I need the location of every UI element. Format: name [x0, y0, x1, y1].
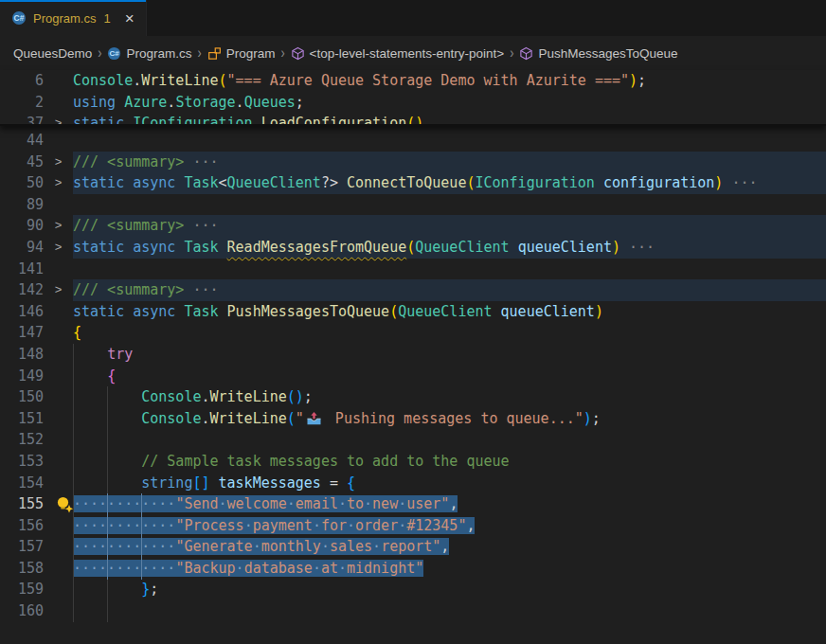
gutter-line-number[interactable]: 142	[0, 279, 44, 301]
code-line[interactable]: 94>static async Task ReadMessagesFromQue…	[0, 237, 826, 259]
code-line-text[interactable]: {	[73, 322, 826, 344]
code-line-text[interactable]	[73, 429, 826, 451]
gutter-line-number[interactable]: 153	[0, 451, 44, 473]
gutter-line-number[interactable]: 89	[0, 194, 44, 216]
code-line-text[interactable]: ············"Backup·database·at·midnight…	[73, 558, 826, 580]
code-line-text[interactable]	[73, 194, 826, 216]
gutter-line-number[interactable]: 44	[0, 130, 44, 152]
gutter-line-number[interactable]: 152	[0, 429, 44, 451]
code-line-text[interactable]: static async Task ReadMessagesFromQueue(…	[73, 237, 826, 259]
code-line-text[interactable]: /// <summary> ···	[73, 215, 826, 237]
code-line-text[interactable]: using Azure.Storage.Queues;	[73, 92, 826, 114]
code-line[interactable]: 141	[0, 259, 826, 280]
code-line[interactable]: 160	[0, 600, 826, 622]
gutter-line-number[interactable]: 160	[0, 600, 44, 622]
tab-program-cs[interactable]: C# Program.cs 1 ×	[0, 0, 147, 36]
code-line[interactable]: 152	[0, 429, 826, 451]
breadcrumb-separator: ›	[92, 45, 107, 62]
code-line[interactable]: 148 try	[0, 344, 826, 366]
code-line[interactable]: 45>/// <summary> ···	[0, 152, 826, 173]
fold-chevron-icon[interactable]: >	[44, 215, 73, 237]
code-line-text[interactable]: static IConfiguration LoadConfiguration(…	[73, 113, 826, 126]
gutter-line-number[interactable]: 158	[0, 558, 44, 580]
code-line-text[interactable]: Console.WriteLine(" Pushing messages to …	[73, 408, 826, 430]
code-line[interactable]: 90>/// <summary> ···	[0, 215, 826, 237]
code-token: )	[296, 388, 304, 405]
code-line[interactable]: 142>/// <summary> ···	[0, 279, 826, 301]
fold-chevron-icon[interactable]: >	[44, 152, 73, 173]
code-line-text[interactable]: /// <summary> ···	[73, 152, 826, 173]
sticky-scroll-line[interactable]: 2using Azure.Storage.Queues;	[0, 92, 826, 114]
gutter-line-number[interactable]: 94	[0, 237, 44, 259]
breadcrumb-label: PushMessagesToQueue	[538, 46, 677, 61]
code-line-text[interactable]: ············"Send·welcome·email·to·new·u…	[73, 493, 826, 515]
fold-chevron-icon[interactable]: >	[44, 113, 73, 126]
fold-chevron-icon[interactable]: >	[44, 237, 73, 259]
code-line[interactable]: 151 Console.WriteLine(" Pushing messages…	[0, 408, 826, 430]
code-line[interactable]: 146static async Task PushMessagesToQueue…	[0, 301, 826, 323]
gutter-line-number[interactable]: 2	[0, 92, 44, 114]
code-line[interactable]: 156············"Process·payment·for·orde…	[0, 515, 826, 537]
close-icon[interactable]: ×	[125, 10, 135, 27]
code-line-text[interactable]: static async Task PushMessagesToQueue(Qu…	[73, 301, 826, 323]
gutter-line-number[interactable]: 148	[0, 344, 44, 366]
gutter-line-number[interactable]: 146	[0, 301, 44, 323]
code-line-text[interactable]	[73, 600, 826, 622]
gutter-line-number[interactable]: 45	[0, 152, 44, 173]
gutter-line-number[interactable]: 147	[0, 322, 44, 344]
breadcrumb-item-2[interactable]: C#Program.cs	[107, 46, 191, 61]
code-line[interactable]: 147{	[0, 322, 826, 344]
code-line-text[interactable]	[73, 130, 826, 152]
code-line-text[interactable]: {	[73, 366, 826, 387]
code-line-text[interactable]: static async Task<QueueClient?> ConnectT…	[73, 172, 826, 194]
fold-chevron-icon[interactable]: >	[44, 172, 73, 194]
gutter-line-number[interactable]: 141	[0, 259, 44, 280]
breadcrumb-item-3[interactable]: Program	[207, 46, 276, 61]
gutter-line-number[interactable]: 156	[0, 515, 44, 537]
gutter-line-number[interactable]: 90	[0, 215, 44, 237]
code-line[interactable]: 149 {	[0, 366, 826, 387]
gutter-line-number[interactable]: 151	[0, 408, 44, 430]
breadcrumb-item-1[interactable]: QueuesDemo	[13, 46, 92, 61]
code-line[interactable]: 157············"Generate·monthly·sales·r…	[0, 536, 826, 558]
code-line[interactable]: 89	[0, 194, 826, 216]
lightbulb-autofix-icon[interactable]	[54, 494, 77, 515]
code-line[interactable]: 44	[0, 130, 826, 152]
code-line-text[interactable]: // Sample task messages to add to the qu…	[73, 451, 826, 473]
code-line[interactable]: 155············"Send·welcome·email·to·ne…	[0, 493, 826, 515]
code-line[interactable]: 153 // Sample task messages to add to th…	[0, 451, 826, 473]
breadcrumb-separator: ›	[504, 45, 519, 62]
sticky-scroll-line[interactable]: 6Console.WriteLine("=== Azure Queue Stor…	[0, 70, 826, 92]
gutter-line-number[interactable]: 50	[0, 172, 44, 194]
gutter-line-number[interactable]: 154	[0, 473, 44, 494]
fold-chevron-icon[interactable]: >	[44, 279, 73, 301]
code-line[interactable]: 150 Console.WriteLine();	[0, 386, 826, 408]
code-line-text[interactable]: string[] taskMessages = {	[73, 473, 826, 494]
breadcrumb-label: <top-level-statements-entry-point>	[310, 46, 505, 61]
code-line-text[interactable]: };	[73, 579, 826, 600]
breadcrumb-item-4[interactable]: <top-level-statements-entry-point>	[291, 46, 505, 61]
code-token: using	[73, 94, 116, 111]
code-line[interactable]: 50>static async Task<QueueClient?> Conne…	[0, 172, 826, 194]
sticky-scroll-line[interactable]: 37>static IConfiguration LoadConfigurati…	[0, 113, 826, 126]
code-line-text[interactable]: Console.WriteLine("=== Azure Queue Stora…	[73, 70, 826, 92]
code-token: PushMessagesToQueue	[227, 303, 390, 320]
code-line[interactable]: 158············"Backup·database·at·midni…	[0, 558, 826, 580]
selection-highlight: ············"Send·welcome·email·to·new·u…	[73, 495, 458, 512]
gutter-line-number[interactable]: 157	[0, 536, 44, 558]
gutter-line-number[interactable]: 6	[0, 70, 44, 92]
gutter-line-number[interactable]: 149	[0, 366, 44, 387]
code-line-text[interactable]: /// <summary> ···	[73, 279, 826, 301]
code-line-text[interactable]: Console.WriteLine();	[73, 386, 826, 408]
gutter-line-number[interactable]: 159	[0, 579, 44, 600]
code-line-text[interactable]: ············"Process·payment·for·order·#…	[73, 515, 826, 537]
code-line-text[interactable]	[73, 259, 826, 280]
breadcrumb-item-5[interactable]: PushMessagesToQueue	[519, 46, 677, 61]
gutter-line-number[interactable]: 150	[0, 386, 44, 408]
gutter-line-number[interactable]: 37	[0, 113, 44, 126]
code-line-text[interactable]: ············"Generate·monthly·sales·repo…	[73, 536, 826, 558]
code-line[interactable]: 159 };	[0, 579, 826, 600]
code-line[interactable]: 154 string[] taskMessages = {	[0, 473, 826, 494]
gutter-line-number[interactable]: 155	[0, 493, 44, 515]
code-line-text[interactable]: try	[73, 344, 826, 366]
